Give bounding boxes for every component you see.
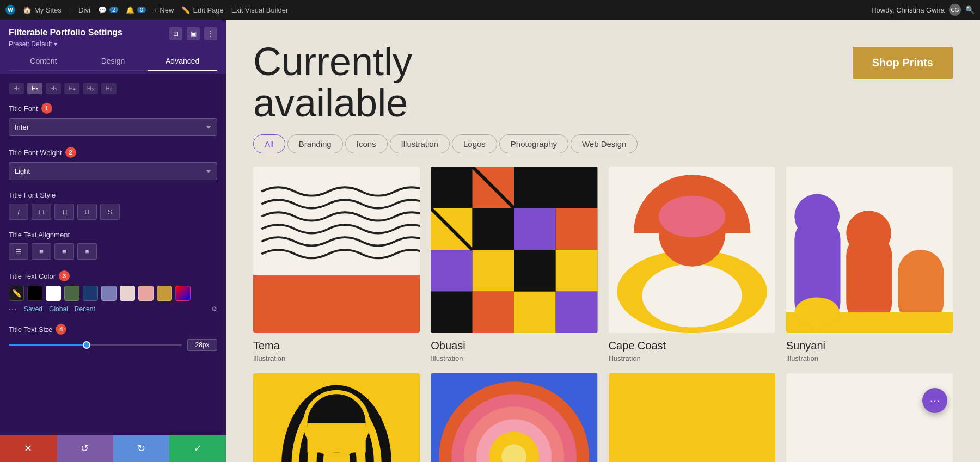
topbar: W 🏠 My Sites | Divi 💬 2 🔔 0 + New ✏️ Edi… — [0, 0, 980, 20]
portfolio-grid: Tema Illustration — [226, 167, 980, 462]
align-left-button[interactable]: ☰ — [9, 243, 28, 260]
italic-button[interactable]: I — [9, 204, 28, 220]
portfolio-title: Currently available — [253, 41, 412, 124]
cancel-button[interactable]: ✕ — [0, 435, 57, 462]
portfolio-item-6[interactable]: Illustration — [431, 373, 597, 462]
portfolio-item-tema[interactable]: Tema Illustration — [253, 167, 420, 362]
color-swatches: ✏️ — [9, 286, 217, 301]
wp-logo[interactable]: W — [5, 5, 15, 15]
portfolio-thumb-sunyani — [786, 167, 953, 333]
tab-advanced[interactable]: Advanced — [148, 52, 217, 71]
style-buttons: I TT Tt U S — [9, 204, 217, 220]
step-badge-1: 1 — [41, 103, 52, 114]
slider-thumb[interactable] — [83, 341, 90, 349]
undo-icon: ↺ — [81, 442, 89, 454]
save-icon: ✓ — [194, 442, 202, 454]
divi-link[interactable]: Divi — [78, 6, 90, 14]
filter-photography[interactable]: Photography — [499, 134, 568, 153]
color-swatch-black[interactable] — [27, 286, 42, 301]
color-saved-link[interactable]: Saved — [24, 305, 42, 313]
color-recent-link[interactable]: Recent — [75, 305, 95, 313]
color-picker-button[interactable]: ✏️ — [9, 286, 24, 301]
align-center-button[interactable]: ≡ — [32, 243, 51, 260]
capitalize-button[interactable]: Tt — [54, 204, 74, 220]
tab-design[interactable]: Design — [78, 52, 148, 71]
new-link[interactable]: + New — [154, 6, 174, 14]
portfolio-item-obuasi[interactable]: Obuasi Illustration — [431, 167, 597, 362]
cancel-icon: ✕ — [24, 442, 32, 454]
save-button[interactable]: ✓ — [169, 435, 226, 462]
portfolio-title-line2: available — [253, 83, 412, 124]
filter-all[interactable]: All — [253, 134, 285, 153]
portfolio-item-8[interactable]: Illustration — [786, 373, 953, 462]
undo-button[interactable]: ↺ — [57, 435, 113, 462]
color-settings-icon[interactable]: ⚙ — [211, 305, 217, 313]
uppercase-button[interactable]: TT — [32, 204, 51, 220]
color-swatch-lavender[interactable] — [101, 286, 117, 301]
portfolio-item-cape-coast[interactable]: Cape Coast Illustration — [609, 167, 775, 362]
portfolio-item-sunyani[interactable]: Sunyani Illustration — [786, 167, 953, 362]
tab-content[interactable]: Content — [9, 52, 78, 71]
svg-rect-3 — [431, 167, 473, 208]
filter-branding[interactable]: Branding — [287, 134, 343, 153]
svg-rect-13 — [514, 250, 556, 292]
fab-button[interactable]: ··· — [922, 388, 947, 413]
heading-h5-button[interactable]: H₅ — [83, 83, 98, 94]
bubble-link[interactable]: 🔔 0 — [126, 6, 146, 14]
panel-icons: ⊡ ▣ ⋮ — [169, 27, 217, 40]
heading-h4-button[interactable]: H₄ — [64, 83, 79, 94]
title-text-size-label: Title Text Size 4 — [9, 324, 217, 335]
step-badge-2: 2 — [65, 147, 76, 158]
exit-builder-link[interactable]: Exit Visual Builder — [231, 6, 289, 14]
svg-point-33 — [794, 194, 840, 239]
heading-h2-button[interactable]: H₂ — [27, 83, 42, 94]
align-justify-button[interactable]: ≡ — [77, 243, 97, 260]
shop-prints-button[interactable]: Shop Prints — [853, 47, 953, 79]
preset-label[interactable]: Preset: Default ▾ — [9, 40, 217, 48]
color-swatch-navy[interactable] — [83, 286, 98, 301]
filter-web-design[interactable]: Web Design — [571, 134, 638, 153]
topbar-right: Howdy, Christina Gwira CG 🔍 — [871, 4, 975, 16]
svg-rect-14 — [556, 250, 598, 292]
portfolio-item-7[interactable]: Illustration — [609, 373, 775, 462]
color-swatch-pink[interactable] — [138, 286, 154, 301]
align-right-button[interactable]: ≡ — [54, 243, 74, 260]
svg-rect-12 — [473, 250, 514, 292]
filter-logos[interactable]: Logos — [452, 134, 497, 153]
svg-rect-53 — [786, 373, 953, 462]
filter-illustration[interactable]: Illustration — [390, 134, 450, 153]
slider-value[interactable]: 28px — [187, 339, 217, 351]
panel-menu-button[interactable]: ⋮ — [204, 27, 217, 40]
my-sites-link[interactable]: 🏠 My Sites — [23, 6, 62, 14]
heading-h6-button[interactable]: H₆ — [101, 83, 117, 94]
panel-minimize-button[interactable]: ⊡ — [169, 27, 182, 40]
portfolio-item-title-obuasi: Obuasi — [431, 340, 597, 352]
color-swatch-white[interactable] — [46, 286, 61, 301]
home-icon: 🏠 — [23, 6, 32, 14]
edit-page-link[interactable]: ✏️ Edit Page — [181, 6, 223, 14]
panel-expand-button[interactable]: ▣ — [187, 27, 200, 40]
redo-button[interactable]: ↻ — [113, 435, 170, 462]
strikethrough-button[interactable]: S — [100, 204, 120, 220]
howdy-label: Howdy, Christina Gwira — [871, 6, 945, 14]
heading-h1-button[interactable]: H₁ — [9, 83, 24, 94]
new-label: + New — [154, 6, 174, 14]
slider-track[interactable] — [9, 344, 182, 346]
filter-icons[interactable]: Icons — [345, 134, 388, 153]
color-swatch-blush[interactable] — [120, 286, 135, 301]
svg-rect-18 — [556, 292, 598, 334]
heading-h3-button[interactable]: H₃ — [46, 83, 61, 94]
comments-link[interactable]: 💬 2 — [98, 6, 118, 14]
portfolio-item-5[interactable]: Illustration — [253, 373, 420, 462]
title-font-weight-select[interactable]: Light Regular Medium Bold Extra Bold — [9, 162, 217, 180]
slider-fill — [9, 344, 87, 346]
color-swatch-green[interactable] — [64, 286, 79, 301]
color-swatch-gradient[interactable] — [175, 286, 191, 301]
search-icon[interactable]: 🔍 — [965, 5, 975, 14]
portfolio-item-title-sunyani: Sunyani — [786, 340, 953, 352]
color-global-link[interactable]: Global — [49, 305, 68, 313]
color-swatch-gold[interactable] — [157, 286, 172, 301]
title-font-select[interactable]: Inter Roboto Open Sans Lato Montserrat — [9, 118, 217, 136]
underline-button[interactable]: U — [77, 204, 97, 220]
color-more-button[interactable]: ··· — [9, 305, 17, 313]
